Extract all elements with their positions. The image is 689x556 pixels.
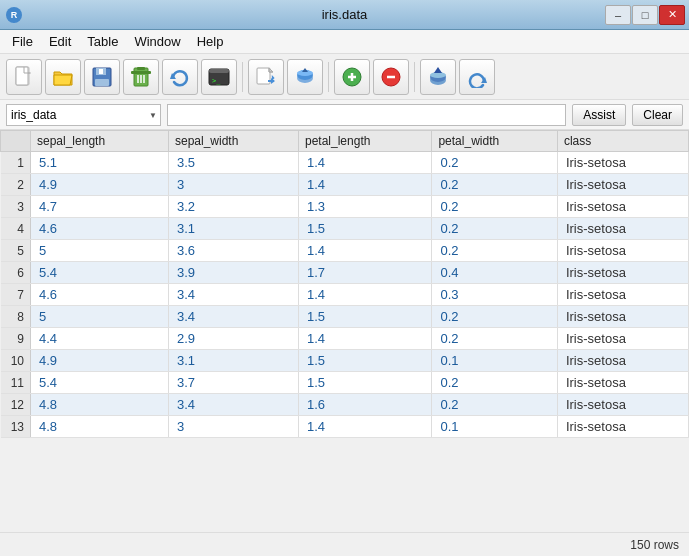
cell-class[interactable]: Iris-setosa [557,306,688,328]
cell-class[interactable]: Iris-setosa [557,372,688,394]
cell-sepal-length[interactable]: 4.4 [31,328,169,350]
cell-petal-width[interactable]: 0.1 [432,416,557,438]
cell-petal-length[interactable]: 1.4 [299,174,432,196]
cell-sepal-length[interactable]: 5 [31,306,169,328]
delete-button[interactable] [123,59,159,95]
cell-class[interactable]: Iris-setosa [557,328,688,350]
new-file-button[interactable] [6,59,42,95]
cell-class[interactable]: Iris-setosa [557,152,688,174]
cell-sepal-width[interactable]: 2.9 [168,328,298,350]
cell-petal-width[interactable]: 0.2 [432,152,557,174]
table-row[interactable]: 74.63.41.40.3Iris-setosa [1,284,689,306]
cell-sepal-length[interactable]: 4.6 [31,218,169,240]
save-file-button[interactable] [84,59,120,95]
cell-sepal-length[interactable]: 4.9 [31,174,169,196]
cell-sepal-length[interactable]: 5.4 [31,262,169,284]
cell-class[interactable]: Iris-setosa [557,350,688,372]
cell-petal-width[interactable]: 0.3 [432,284,557,306]
minimize-button[interactable]: – [605,5,631,25]
cell-petal-length[interactable]: 1.5 [299,350,432,372]
cell-sepal-width[interactable]: 3.5 [168,152,298,174]
cell-petal-width[interactable]: 0.2 [432,218,557,240]
table-scroll[interactable]: sepal_length sepal_width petal_length pe… [0,130,689,532]
cell-sepal-width[interactable]: 3.2 [168,196,298,218]
table-row[interactable]: 44.63.11.50.2Iris-setosa [1,218,689,240]
table-row[interactable]: 553.61.40.2Iris-setosa [1,240,689,262]
cell-sepal-width[interactable]: 3.6 [168,240,298,262]
cell-class[interactable]: Iris-setosa [557,416,688,438]
cell-sepal-length[interactable]: 5.4 [31,372,169,394]
cell-petal-width[interactable]: 0.2 [432,394,557,416]
col-petal-length[interactable]: petal_length [299,131,432,152]
cell-sepal-width[interactable]: 3.1 [168,218,298,240]
query-input[interactable] [167,104,566,126]
table-row[interactable]: 24.931.40.2Iris-setosa [1,174,689,196]
cell-petal-width[interactable]: 0.4 [432,262,557,284]
cell-petal-width[interactable]: 0.2 [432,196,557,218]
cell-petal-width[interactable]: 0.1 [432,350,557,372]
table-row[interactable]: 124.83.41.60.2Iris-setosa [1,394,689,416]
table-row[interactable]: 15.13.51.40.2Iris-setosa [1,152,689,174]
cell-class[interactable]: Iris-setosa [557,394,688,416]
cell-sepal-length[interactable]: 4.8 [31,394,169,416]
table-select[interactable]: iris_data [6,104,161,126]
cell-sepal-width[interactable]: 3 [168,174,298,196]
menu-table[interactable]: Table [79,32,126,51]
cell-petal-length[interactable]: 1.4 [299,240,432,262]
cell-petal-length[interactable]: 1.5 [299,306,432,328]
cell-petal-length[interactable]: 1.5 [299,372,432,394]
undo-button[interactable] [459,59,495,95]
menu-edit[interactable]: Edit [41,32,79,51]
cell-class[interactable]: Iris-setosa [557,174,688,196]
cell-petal-length[interactable]: 1.5 [299,218,432,240]
add-row-button[interactable] [334,59,370,95]
upload-button[interactable] [420,59,456,95]
menu-window[interactable]: Window [126,32,188,51]
cell-petal-length[interactable]: 1.4 [299,284,432,306]
col-petal-width[interactable]: petal_width [432,131,557,152]
table-row[interactable]: 115.43.71.50.2Iris-setosa [1,372,689,394]
remove-row-button[interactable] [373,59,409,95]
table-row[interactable]: 853.41.50.2Iris-setosa [1,306,689,328]
cell-sepal-width[interactable]: 3 [168,416,298,438]
close-button[interactable]: ✕ [659,5,685,25]
cell-sepal-width[interactable]: 3.9 [168,262,298,284]
cell-sepal-width[interactable]: 3.4 [168,306,298,328]
cell-petal-length[interactable]: 1.3 [299,196,432,218]
cell-petal-width[interactable]: 0.2 [432,240,557,262]
open-file-button[interactable] [45,59,81,95]
cell-class[interactable]: Iris-setosa [557,196,688,218]
cell-sepal-length[interactable]: 5 [31,240,169,262]
cell-class[interactable]: Iris-setosa [557,262,688,284]
clear-button[interactable]: Clear [632,104,683,126]
cell-petal-width[interactable]: 0.2 [432,372,557,394]
table-row[interactable]: 134.831.40.1Iris-setosa [1,416,689,438]
table-row[interactable]: 104.93.11.50.1Iris-setosa [1,350,689,372]
cell-petal-width[interactable]: 0.2 [432,174,557,196]
import-button[interactable] [248,59,284,95]
cell-petal-length[interactable]: 1.4 [299,328,432,350]
cell-sepal-length[interactable]: 5.1 [31,152,169,174]
export-button[interactable] [287,59,323,95]
cell-sepal-length[interactable]: 4.6 [31,284,169,306]
assist-button[interactable]: Assist [572,104,626,126]
menu-file[interactable]: File [4,32,41,51]
cell-petal-length[interactable]: 1.7 [299,262,432,284]
cell-petal-length[interactable]: 1.6 [299,394,432,416]
cell-petal-width[interactable]: 0.2 [432,328,557,350]
maximize-button[interactable]: □ [632,5,658,25]
cell-class[interactable]: Iris-setosa [557,284,688,306]
cell-sepal-length[interactable]: 4.7 [31,196,169,218]
table-row[interactable]: 34.73.21.30.2Iris-setosa [1,196,689,218]
cell-petal-length[interactable]: 1.4 [299,416,432,438]
menu-help[interactable]: Help [189,32,232,51]
cell-petal-length[interactable]: 1.4 [299,152,432,174]
cell-sepal-width[interactable]: 3.4 [168,394,298,416]
cell-sepal-length[interactable]: 4.9 [31,350,169,372]
cell-sepal-width[interactable]: 3.1 [168,350,298,372]
refresh-button[interactable] [162,59,198,95]
terminal-button[interactable]: >_ [201,59,237,95]
col-sepal-length[interactable]: sepal_length [31,131,169,152]
cell-class[interactable]: Iris-setosa [557,218,688,240]
cell-class[interactable]: Iris-setosa [557,240,688,262]
